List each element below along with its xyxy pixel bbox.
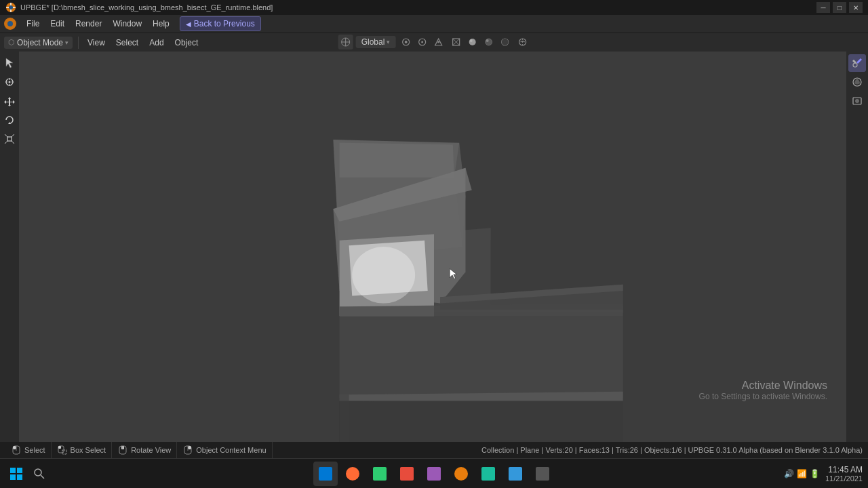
rotate-icon (4, 115, 15, 125)
tray-icon-3[interactable]: 🔋 (810, 469, 820, 479)
mouse-right-icon (182, 445, 193, 455)
mouse-middle-icon (117, 445, 128, 455)
svg-rect-75 (10, 468, 16, 473)
tray-icon-1[interactable]: 🔊 (784, 469, 794, 479)
mode-arrow: ▾ (65, 39, 68, 46)
taskbar-app-9[interactable] (530, 462, 555, 486)
view-axis-widget[interactable] (338, 35, 353, 49)
status-select[interactable]: Select (5, 442, 52, 458)
taskbar-app-5[interactable] (422, 462, 446, 486)
mouse-left-icon (11, 445, 22, 455)
activate-windows-subtitle: Go to Settings to activate Windows. (699, 392, 827, 401)
activate-windows-title: Activate Windows (699, 380, 827, 392)
display-controls (448, 35, 512, 49)
snap-btn[interactable] (398, 35, 413, 49)
svg-rect-67 (58, 446, 61, 449)
svg-rect-78 (17, 474, 22, 480)
title-bar-controls: ─ □ ✕ (816, 2, 863, 13)
transform-pivot-btn[interactable] (431, 35, 446, 49)
svg-line-58 (5, 141, 7, 144)
select-tool-btn[interactable] (1, 54, 18, 72)
title-bar: UPBGE* [D:\bmesh_slice_working_using_bme… (0, 0, 868, 15)
app-icon-3 (373, 467, 387, 481)
windows-logo-icon (10, 468, 22, 480)
toolbar-object[interactable]: Object (172, 37, 202, 49)
svg-marker-44 (340, 398, 623, 442)
global-arrow: ▾ (387, 39, 390, 45)
mode-selector[interactable]: ⬡ Object Mode ▾ (4, 37, 73, 49)
box-select-label: Box Select (71, 446, 106, 454)
cursor-tool-btn[interactable] (1, 73, 18, 91)
status-box-select[interactable]: Box Select (52, 442, 113, 458)
menu-window[interactable]: Window (108, 17, 146, 30)
maximize-button[interactable]: □ (833, 2, 846, 13)
mouse-left-btn-icon (12, 445, 20, 455)
svg-point-15 (437, 41, 439, 43)
svg-point-22 (486, 39, 488, 42)
move-icon (4, 96, 15, 106)
scale-tool-btn[interactable] (1, 130, 18, 148)
windows-start-btn[interactable] (5, 463, 27, 485)
taskbar-search-btn[interactable] (28, 463, 50, 485)
material-btn[interactable] (481, 35, 496, 49)
taskbar-app-8[interactable] (503, 462, 528, 486)
back-btn-label: Back to Previous (194, 19, 255, 28)
activate-windows-watermark: Activate Windows Go to Settings to activ… (699, 380, 827, 401)
render-panel-btn[interactable] (848, 92, 866, 110)
svg-line-80 (41, 475, 44, 479)
taskbar-app-1[interactable] (313, 462, 338, 486)
move-tool-btn[interactable] (1, 92, 18, 110)
back-to-previous-button[interactable]: ◀ Back to Previous (180, 16, 261, 31)
menu-help[interactable]: Help (148, 17, 174, 30)
wireframe-btn[interactable] (448, 35, 463, 49)
toolbar-view[interactable]: View (84, 37, 108, 49)
snap-controls (398, 35, 446, 49)
svg-point-24 (501, 39, 508, 45)
close-button[interactable]: ✕ (849, 2, 863, 13)
rotate-view-label: Rotate View (131, 446, 171, 454)
svg-point-21 (485, 39, 492, 45)
minimize-button[interactable]: ─ (816, 2, 830, 13)
status-rotate-view[interactable]: Rotate View (112, 442, 177, 458)
mode-label: Object Mode (17, 38, 63, 47)
menu-edit[interactable]: Edit (45, 17, 69, 30)
solid-btn[interactable] (465, 35, 479, 49)
taskbar-app-3[interactable] (368, 462, 392, 486)
tray-icon-2[interactable]: 📶 (797, 469, 807, 479)
tools-panel-btn[interactable] (848, 54, 866, 72)
search-icon (34, 468, 45, 479)
context-menu-label: Object Context Menu (196, 446, 266, 454)
cursor-icon (4, 58, 15, 68)
svg-rect-73 (188, 446, 191, 449)
rotate-tool-btn[interactable] (1, 111, 18, 129)
render-preview-btn[interactable] (497, 35, 512, 49)
proportional-icon (417, 37, 427, 47)
blender-logo (3, 16, 18, 31)
proportional-btn[interactable] (414, 35, 429, 49)
svg-marker-29 (340, 310, 623, 404)
app-icon-1 (319, 467, 332, 481)
menu-file[interactable]: File (22, 17, 44, 30)
global-transform-btn[interactable]: Global ▾ (356, 36, 396, 48)
toolbar-add[interactable]: Add (146, 37, 167, 49)
global-label: Global (361, 37, 385, 47)
overlay-btn[interactable] (515, 35, 530, 49)
menu-render[interactable]: Render (71, 17, 106, 30)
scene-icon (852, 77, 863, 87)
status-context-menu[interactable]: Object Context Menu (177, 442, 272, 458)
taskbar-app-2[interactable] (340, 462, 365, 486)
axis-icon (340, 37, 351, 47)
viewport[interactable]: Activate Windows Go to Settings to activ… (0, 52, 868, 442)
taskbar-clock[interactable]: 11:45 AM 11/21/2021 (825, 465, 863, 483)
scale-icon (4, 134, 15, 144)
taskbar-app-7[interactable] (476, 462, 500, 486)
toolbar-select[interactable]: Select (113, 37, 142, 49)
svg-rect-77 (10, 474, 16, 480)
taskbar-right: 🔊 📶 🔋 11:45 AM 11/21/2021 (784, 459, 863, 489)
app-icon-5 (427, 467, 441, 481)
wireframe-icon (451, 37, 460, 47)
scene-panel-btn[interactable] (848, 73, 866, 91)
taskbar-app-4[interactable] (395, 462, 419, 486)
svg-point-19 (469, 39, 475, 45)
taskbar-app-6[interactable] (449, 462, 473, 486)
